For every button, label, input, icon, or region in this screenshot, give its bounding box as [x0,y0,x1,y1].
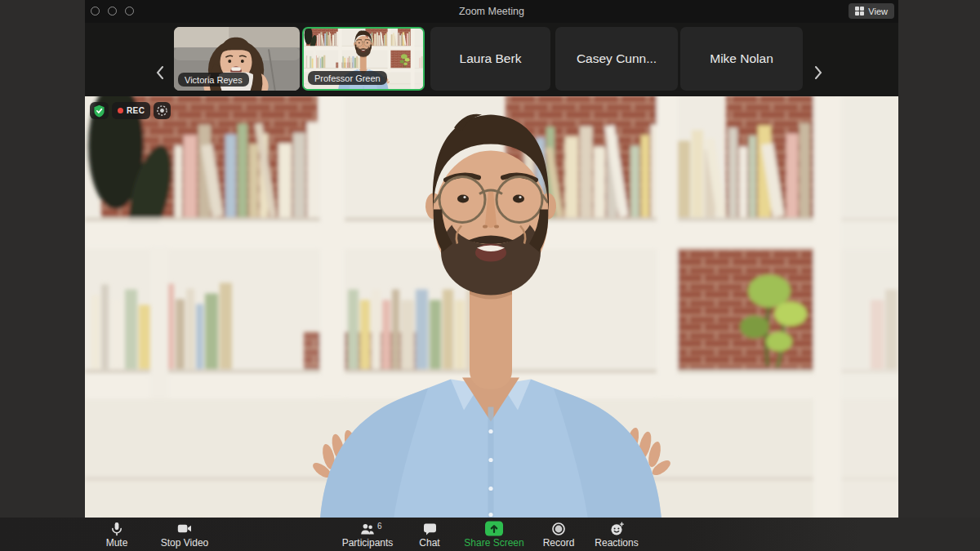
mute-label: Mute [106,537,128,549]
recording-label: REC [127,106,145,115]
chat-bubble-icon [423,522,437,535]
participant-tile-professor-green[interactable]: Professor Green [302,27,425,91]
participants-icon [360,522,375,535]
grid-view-icon [855,7,864,16]
microphone-icon [109,522,124,536]
participants-count-badge: 6 [377,522,382,531]
stop-video-label: Stop Video [161,537,209,549]
participant-tile-casey-cunn[interactable]: Casey Cunn... [555,27,678,91]
participant-filmstrip: Victoria Reyes Professor Green Laura Ber… [85,23,898,96]
chevron-left-icon [156,66,164,79]
zoom-meeting-window: Zoom Meeting View Victoria Reyes Profess… [0,0,980,551]
window-title: Zoom Meeting [85,0,898,23]
view-button[interactable]: View [849,3,894,19]
speaker-video-illustration [85,96,898,518]
recording-dot-icon [118,108,123,113]
participant-tile-mike-nolan[interactable]: Mike Nolan [680,27,803,91]
recording-status-icon [156,104,168,117]
title-bar: Zoom Meeting View [85,0,898,23]
reactions-button[interactable]: Reactions [576,519,657,551]
security-badge[interactable] [90,102,109,119]
recording-status-badge [154,102,171,119]
participant-tile-victoria-reyes[interactable]: Victoria Reyes [174,27,300,91]
participant-name-label: Casey Cunn... [577,51,657,66]
stop-video-button[interactable]: Stop Video [144,519,225,551]
recording-badge[interactable]: REC [112,102,150,119]
video-status-badges: REC [90,102,171,119]
shield-check-icon [93,104,105,118]
control-toolbar: Mute Stop Video 6 Participa [0,518,980,551]
chat-label: Chat [419,537,439,549]
filmstrip-prev-button[interactable] [152,50,168,96]
smiley-plus-icon [610,522,624,535]
share-screen-label: Share Screen [464,537,523,549]
participants-label: Participants [342,537,394,549]
participant-name-label: Victoria Reyes [178,73,249,87]
filmstrip-next-button[interactable] [810,50,826,96]
chevron-right-icon [814,66,822,79]
participant-name-label: Professor Green [308,71,387,85]
share-screen-arrow-icon [485,521,503,536]
record-circle-icon [551,522,566,536]
record-label: Record [543,537,575,549]
main-video-feed: REC [85,96,898,518]
reactions-label: Reactions [595,537,638,549]
participant-name-label: Laura Berk [460,51,522,66]
view-button-label: View [868,7,888,16]
video-camera-icon [177,522,192,535]
participant-tile-laura-berk[interactable]: Laura Berk [430,27,550,91]
participant-name-label: Mike Nolan [710,51,773,66]
